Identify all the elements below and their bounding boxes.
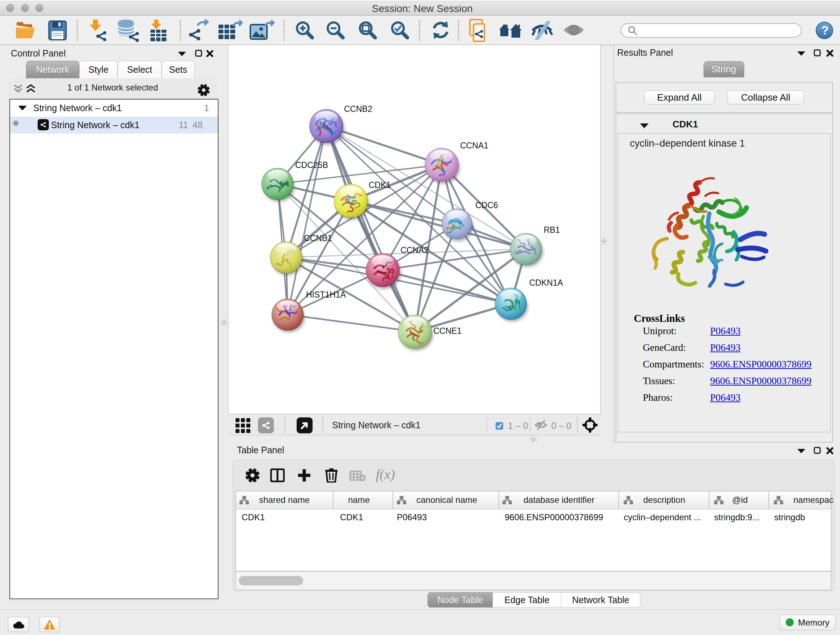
svg-text:CCNA2: CCNA2	[401, 245, 429, 255]
svg-text:CDC25B: CDC25B	[295, 160, 328, 170]
svg-text:HIST1H1A: HIST1H1A	[306, 290, 346, 299]
svg-text:RB1: RB1	[544, 225, 560, 234]
svg-text:CDKN1A: CDKN1A	[529, 278, 563, 287]
svg-text:CCNB2: CCNB2	[344, 104, 372, 114]
svg-text:CDK1: CDK1	[369, 180, 391, 190]
svg-text:CCNA1: CCNA1	[460, 141, 488, 150]
svg-text:CCNE1: CCNE1	[433, 326, 462, 336]
svg-text:CCNB1: CCNB1	[304, 233, 332, 243]
svg-text:CDC6: CDC6	[475, 201, 498, 210]
